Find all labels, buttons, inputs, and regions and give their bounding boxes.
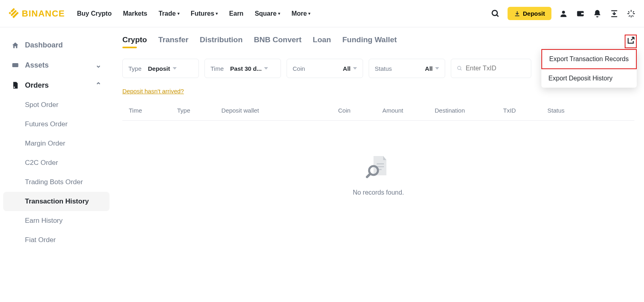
- svg-line-8: [460, 69, 462, 70]
- col-wallet: Deposit wallet: [221, 107, 338, 114]
- search-icon[interactable]: [491, 9, 500, 18]
- nav-square[interactable]: Square▾: [255, 10, 280, 17]
- caret-down-icon: [435, 67, 439, 70]
- brand-name: BINANCE: [22, 8, 65, 19]
- export-transaction-records[interactable]: Export Transaction Records: [541, 49, 637, 69]
- col-coin: Coin: [338, 107, 382, 114]
- top-header: BINANCE Buy Crypto Markets Trade▾ Future…: [0, 0, 644, 27]
- tab-loan[interactable]: Loan: [313, 35, 331, 47]
- chevron-up-icon: ⌃: [95, 81, 101, 90]
- sidebar-sub-futures[interactable]: Futures Order: [0, 115, 113, 134]
- empty-text: No records found.: [353, 189, 404, 196]
- user-icon[interactable]: [559, 9, 568, 18]
- nav-markets[interactable]: Markets: [123, 10, 147, 17]
- download-history-icon[interactable]: [609, 9, 619, 18]
- deposit-button[interactable]: Deposit: [508, 7, 551, 20]
- caret-down-icon: [353, 67, 357, 70]
- empty-state: No records found.: [122, 121, 634, 228]
- globe-icon[interactable]: [626, 9, 636, 18]
- sidebar: Dashboard Assets ⌄ Orders ⌃ Spot Order F…: [0, 27, 113, 258]
- caret-down-icon: [264, 67, 268, 70]
- chevron-down-icon: ▾: [308, 11, 310, 16]
- document-icon: [11, 81, 19, 89]
- content-tabs: Crypto Transfer Distribution BNB Convert…: [122, 35, 634, 47]
- col-status: Status: [547, 107, 580, 114]
- nav-futures[interactable]: Futures▾: [191, 10, 218, 17]
- export-icon[interactable]: [625, 35, 637, 48]
- svg-point-2: [562, 10, 565, 13]
- wallet-icon[interactable]: [576, 9, 585, 18]
- svg-line-13: [367, 175, 369, 177]
- filter-type[interactable]: Type Deposit: [122, 59, 199, 78]
- tab-bnb-convert[interactable]: BNB Convert: [254, 35, 301, 47]
- nav-buy-crypto[interactable]: Buy Crypto: [77, 10, 111, 17]
- chevron-down-icon: ▾: [278, 11, 280, 16]
- txid-input[interactable]: [466, 65, 525, 72]
- sidebar-item-dashboard[interactable]: Dashboard: [0, 35, 113, 55]
- brand-logo[interactable]: BINANCE: [8, 8, 65, 19]
- nav-trade[interactable]: Trade▾: [159, 10, 180, 17]
- sidebar-item-orders[interactable]: Orders ⌃: [0, 75, 113, 95]
- tab-crypto[interactable]: Crypto: [122, 35, 147, 47]
- sidebar-sub-fiat[interactable]: Fiat Order: [0, 230, 113, 250]
- txid-search[interactable]: [451, 59, 531, 78]
- svg-line-1: [497, 14, 499, 16]
- svg-point-0: [492, 10, 497, 15]
- col-type: Type: [177, 107, 221, 114]
- filter-time[interactable]: Time Past 30 d...: [204, 59, 281, 78]
- tab-distribution[interactable]: Distribution: [200, 35, 243, 47]
- chevron-down-icon: ⌄: [95, 61, 101, 70]
- col-amount: Amount: [382, 107, 435, 114]
- chevron-down-icon: ▾: [178, 11, 180, 16]
- sidebar-item-assets[interactable]: Assets ⌄: [0, 55, 113, 75]
- table-header: Time Type Deposit wallet Coin Amount Des…: [122, 95, 634, 121]
- deposit-not-arrived-link[interactable]: Deposit hasn't arrived?: [122, 88, 184, 95]
- export-menu: Export Transaction Records Export Deposi…: [541, 49, 637, 88]
- nav-more[interactable]: More▾: [291, 10, 310, 17]
- main-nav: Buy Crypto Markets Trade▾ Futures▾ Earn …: [77, 10, 310, 17]
- export-deposit-history[interactable]: Export Deposit History: [541, 69, 637, 88]
- svg-rect-4: [581, 13, 584, 14]
- sidebar-sub-transaction-history[interactable]: Transaction History: [3, 192, 109, 211]
- nav-earn[interactable]: Earn: [229, 10, 244, 17]
- col-txid: TxID: [503, 107, 547, 114]
- sidebar-sub-c2c[interactable]: C2C Order: [0, 153, 113, 173]
- tab-transfer[interactable]: Transfer: [158, 35, 188, 47]
- bell-icon[interactable]: [592, 9, 602, 18]
- svg-rect-10: [377, 166, 384, 167]
- sidebar-sub-earn[interactable]: Earn History: [0, 211, 113, 230]
- chevron-down-icon: ▾: [216, 11, 218, 16]
- home-icon: [11, 41, 19, 49]
- svg-rect-9: [377, 163, 384, 164]
- col-dest: Destination: [435, 107, 503, 114]
- download-icon: [514, 10, 520, 17]
- svg-rect-5: [12, 63, 19, 67]
- card-icon: [11, 61, 19, 69]
- sidebar-sub-spot[interactable]: Spot Order: [0, 95, 113, 115]
- binance-logo-icon: [8, 8, 19, 19]
- svg-point-7: [458, 66, 461, 70]
- tab-funding-wallet[interactable]: Funding Wallet: [342, 35, 396, 47]
- svg-point-6: [14, 86, 15, 88]
- sidebar-sub-bots[interactable]: Trading Bots Order: [0, 173, 113, 192]
- header-actions: Deposit: [491, 7, 636, 20]
- main-content: Crypto Transfer Distribution BNB Convert…: [113, 27, 644, 258]
- filter-status[interactable]: Status All: [369, 59, 445, 78]
- search-icon: [457, 65, 462, 72]
- caret-down-icon: [173, 67, 177, 70]
- empty-document-icon: [364, 153, 393, 182]
- filter-coin[interactable]: Coin All: [287, 59, 363, 78]
- col-time: Time: [129, 107, 177, 114]
- sidebar-sub-margin[interactable]: Margin Order: [0, 134, 113, 153]
